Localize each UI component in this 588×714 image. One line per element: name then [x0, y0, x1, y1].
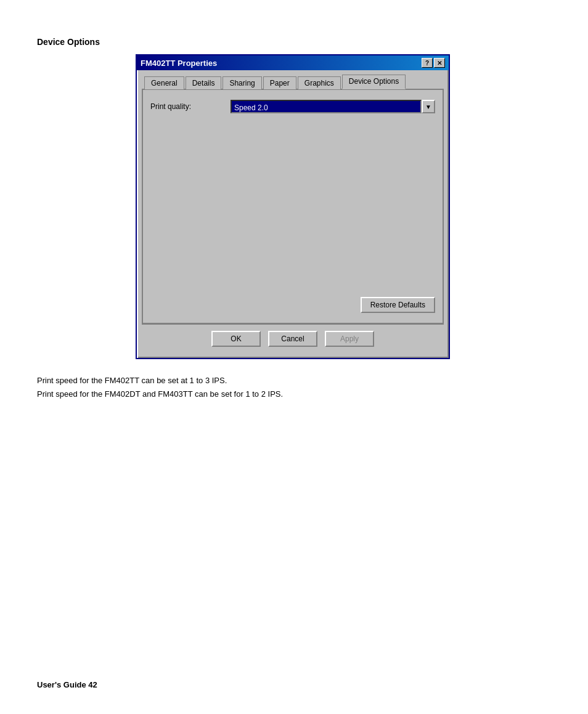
tab-details[interactable]: Details: [186, 76, 222, 89]
description-text: Print speed for the FM402TT can be set a…: [37, 374, 551, 401]
tab-paper[interactable]: Paper: [263, 76, 296, 89]
titlebar-buttons: ? ✕: [422, 58, 445, 68]
print-quality-value[interactable]: Speed 2.0: [231, 100, 422, 113]
description-line1: Print speed for the FM402TT can be set a…: [37, 374, 551, 387]
tab-panel-device-options: Print quality: Speed 2.0 ▼ Restore Defau…: [142, 90, 444, 324]
close-button[interactable]: ✕: [434, 58, 445, 68]
description-line2: Print speed for the FM402DT and FM403TT …: [37, 387, 551, 401]
dropdown-arrow-button[interactable]: ▼: [422, 100, 435, 113]
dialog-titlebar: FM402TT Properties ? ✕: [137, 55, 449, 70]
tab-general[interactable]: General: [144, 76, 184, 89]
print-quality-label: Print quality:: [150, 102, 231, 111]
ok-button[interactable]: OK: [211, 331, 261, 347]
dialog-box: FM402TT Properties ? ✕ General Details S…: [136, 54, 450, 359]
dialog-body: General Details Sharing Paper Graphics D…: [137, 70, 449, 358]
print-quality-select-container: Speed 2.0 ▼: [231, 100, 435, 113]
help-button[interactable]: ?: [422, 58, 433, 68]
page-footer: User's Guide 42: [37, 680, 97, 689]
cancel-button[interactable]: Cancel: [268, 331, 317, 347]
tab-device-options[interactable]: Device Options: [342, 75, 406, 89]
dialog-title: FM402TT Properties: [141, 59, 217, 68]
dialog-footer: OK Cancel Apply: [142, 324, 444, 353]
restore-defaults-area: Restore Defaults: [361, 297, 435, 313]
apply-button[interactable]: Apply: [325, 331, 374, 347]
print-quality-row: Print quality: Speed 2.0 ▼: [150, 100, 435, 113]
tab-strip: General Details Sharing Paper Graphics D…: [142, 74, 444, 90]
tab-graphics[interactable]: Graphics: [298, 76, 341, 89]
tab-sharing[interactable]: Sharing: [223, 76, 261, 89]
section-heading: Device Options: [37, 37, 551, 47]
dialog-wrapper: FM402TT Properties ? ✕ General Details S…: [136, 54, 551, 359]
restore-defaults-button[interactable]: Restore Defaults: [361, 297, 435, 313]
